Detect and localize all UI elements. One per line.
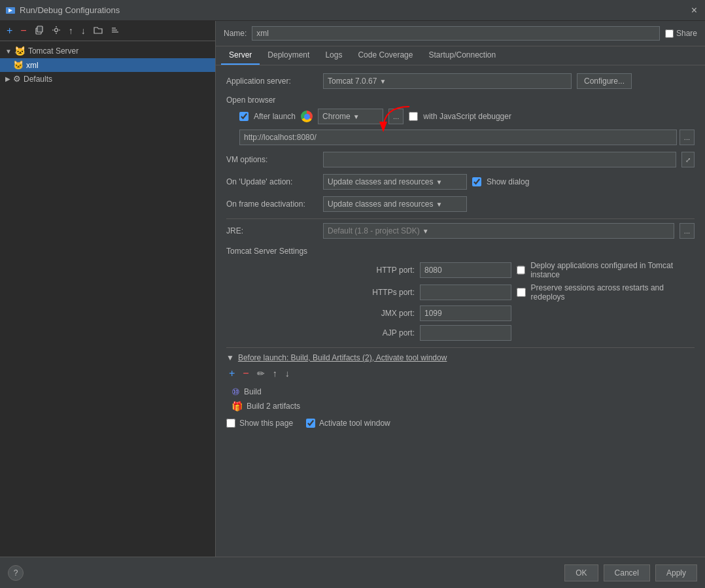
before-launch-toolbar: + − ✏ ↑ ↓ <box>226 366 695 381</box>
build-label: Build <box>244 387 262 396</box>
tomcat-icon: 🐱 <box>14 46 26 56</box>
right-panel: Name: Share Server Deployment Logs Code … <box>216 21 705 557</box>
frame-action-dropdown[interactable]: Update classes and resources ▼ <box>323 196 467 212</box>
app-server-dropdown[interactable]: Tomcat 7.0.67 ▼ <box>323 73 572 89</box>
before-launch-add-button[interactable]: + <box>226 366 237 381</box>
apply-button[interactable]: Apply <box>655 564 697 581</box>
before-launch-label: Before launch: Build, Build Artifacts (2… <box>238 353 447 362</box>
after-launch-checkbox[interactable] <box>239 112 249 121</box>
tab-server[interactable]: Server <box>221 46 260 65</box>
show-dialog-label: Show dialog <box>487 177 529 186</box>
before-launch-remove-button[interactable]: − <box>240 366 251 381</box>
https-port-input[interactable] <box>420 285 511 300</box>
artifact-icon: 🎁 <box>232 401 243 411</box>
show-this-page-checkbox[interactable] <box>226 419 235 428</box>
app-icon <box>5 5 16 16</box>
jmx-port-input[interactable] <box>420 305 511 321</box>
tree-item-tomcat-server[interactable]: ▼ 🐱 Tomcat Server <box>0 44 215 58</box>
tree-arrow-tomcat: ▼ <box>5 48 12 55</box>
before-launch-edit-button[interactable]: ✏ <box>254 367 267 380</box>
move-down-button[interactable]: ↓ <box>78 24 88 37</box>
ajp-port-label: AJP port: <box>362 328 415 337</box>
js-debugger-checkbox[interactable] <box>409 112 418 121</box>
update-action-dropdown[interactable]: Update classes and resources ▼ <box>323 174 467 190</box>
vm-expand-button[interactable]: ⤢ <box>681 152 695 167</box>
tree-item-xml[interactable]: 🐱 xml <box>0 58 215 72</box>
tree-area: ▼ 🐱 Tomcat Server 🐱 xml ▶ ⚙ Defaults <box>0 41 215 557</box>
preserve-sessions-label: Preserve sessions across restarts and re… <box>531 283 695 302</box>
defaults-label: Defaults <box>24 75 52 84</box>
browser-dropdown[interactable]: Chrome ▼ <box>318 109 383 124</box>
deploy-apps-label: Deploy applications configured in Tomcat… <box>530 261 695 279</box>
folder-button[interactable] <box>91 24 105 38</box>
before-launch-section: ▼ Before launch: Build, Build Artifacts … <box>226 347 695 433</box>
build-icon: ⑩ <box>232 387 240 397</box>
before-launch-build-item: ⑩ Build <box>226 385 695 399</box>
xml-label: xml <box>26 61 39 70</box>
xml-icon: 🐱 <box>13 60 24 70</box>
url-input[interactable] <box>239 130 677 145</box>
name-label: Name: <box>224 29 247 38</box>
copy-config-button[interactable] <box>32 24 46 38</box>
jre-dropdown[interactable]: Default (1.8 - project SDK) ▼ <box>323 223 674 239</box>
preserve-sessions-checkbox[interactable] <box>517 288 526 297</box>
http-port-input[interactable] <box>420 262 511 278</box>
add-config-button[interactable]: + <box>4 24 15 38</box>
tab-startup-connection[interactable]: Startup/Connection <box>421 46 504 65</box>
on-update-label: On 'Update' action: <box>226 177 318 186</box>
update-action-value: Update classes and resources <box>328 177 433 186</box>
share-label: Share <box>676 29 697 38</box>
js-debugger-label: with JavaScript debugger <box>423 112 511 121</box>
before-launch-header[interactable]: ▼ Before launch: Build, Build Artifacts … <box>226 353 695 362</box>
before-launch-up-button[interactable]: ↑ <box>270 367 280 380</box>
settings-button[interactable] <box>49 24 63 38</box>
name-input[interactable] <box>252 26 660 41</box>
tree-item-defaults[interactable]: ▶ ⚙ Defaults <box>0 72 215 86</box>
help-button[interactable]: ? <box>8 565 24 581</box>
cancel-button[interactable]: Cancel <box>604 564 650 581</box>
app-server-row: Application server: Tomcat 7.0.67 ▼ Conf… <box>226 73 695 89</box>
left-toolbar: + − ↑ ↓ <box>0 21 215 41</box>
show-dialog-checkbox[interactable] <box>472 177 481 186</box>
before-launch-artifacts-item: 🎁 Build 2 artifacts <box>226 399 695 413</box>
show-this-page-label: Show this page <box>239 419 293 428</box>
http-port-row: HTTP port: Deploy applications configure… <box>226 261 695 341</box>
remove-config-button[interactable]: − <box>18 24 29 38</box>
sort-button[interactable] <box>108 24 122 38</box>
title-bar-text: Run/Debug Configurations <box>20 5 120 15</box>
defaults-icon: ⚙ <box>13 74 21 84</box>
tab-logs[interactable]: Logs <box>317 46 350 65</box>
share-checkbox[interactable] <box>665 29 674 38</box>
tomcat-settings-title: Tomcat Server Settings <box>226 247 695 256</box>
tabs-row: Server Deployment Logs Code Coverage Sta… <box>216 46 705 65</box>
app-server-label: Application server: <box>226 77 318 86</box>
https-port-label: HTTPs port: <box>362 288 415 297</box>
name-bar: Name: Share <box>216 21 705 46</box>
close-button[interactable]: × <box>689 5 700 16</box>
chrome-icon <box>301 111 313 122</box>
open-browser-label: Open browser <box>226 95 695 105</box>
browser-ellipsis-button[interactable]: ... <box>388 109 404 124</box>
browser-name: Chrome <box>322 112 351 121</box>
title-bar: Run/Debug Configurations × <box>0 0 705 21</box>
deploy-apps-checkbox[interactable] <box>517 266 525 275</box>
url-ellipsis-button[interactable]: ... <box>679 130 695 145</box>
move-up-button[interactable]: ↑ <box>66 24 76 37</box>
artifacts-label: Build 2 artifacts <box>247 402 300 411</box>
app-server-value: Tomcat 7.0.67 <box>328 77 377 86</box>
jre-row: JRE: Default (1.8 - project SDK) ▼ ... <box>226 223 695 239</box>
tab-deployment[interactable]: Deployment <box>260 46 317 65</box>
http-port-label: HTTP port: <box>362 266 415 275</box>
vm-options-input[interactable] <box>323 152 676 167</box>
configure-button[interactable]: Configure... <box>577 73 632 89</box>
jre-ellipsis-button[interactable]: ... <box>679 223 695 239</box>
jmx-port-label: JMX port: <box>362 309 415 318</box>
activate-tool-window-checkbox[interactable] <box>306 419 315 428</box>
before-launch-down-button[interactable]: ↓ <box>283 367 292 380</box>
ajp-port-input[interactable] <box>420 325 511 341</box>
left-panel: + − ↑ ↓ ▼ 🐱 Tomcat Server <box>0 21 216 557</box>
svg-rect-3 <box>37 26 43 32</box>
tab-code-coverage[interactable]: Code Coverage <box>350 46 421 65</box>
vm-options-row: VM options: ⤢ <box>226 152 695 167</box>
ok-button[interactable]: OK <box>564 564 598 581</box>
